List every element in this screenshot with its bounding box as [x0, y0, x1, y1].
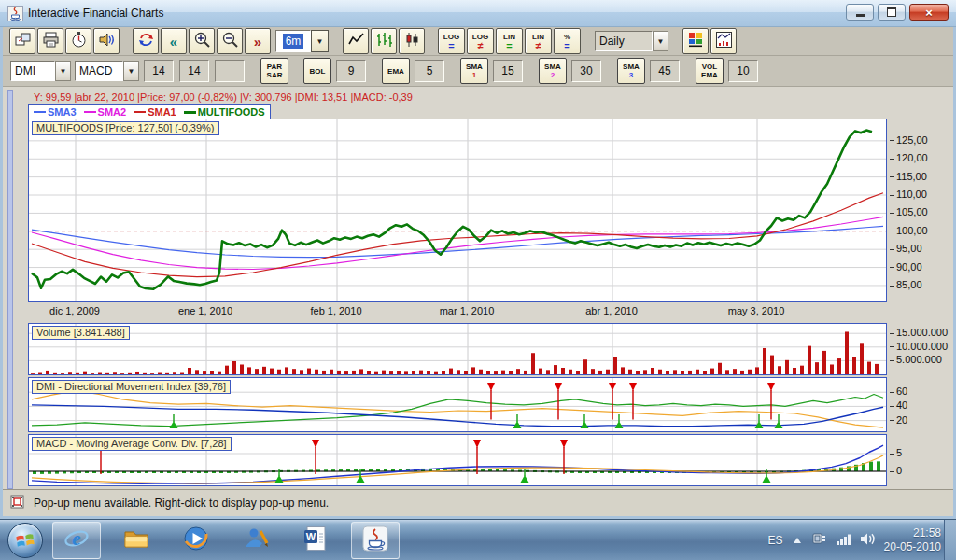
scroll-back-button[interactable]: «	[161, 28, 187, 54]
price-ytick: 90,00	[890, 261, 922, 273]
cursor-readout: Y: 99,59 |abr 22, 2010 |Price: 97,00 (-0…	[34, 91, 413, 103]
indicator1-combo[interactable]: DMI▼	[10, 61, 71, 81]
minimize-icon	[856, 14, 865, 17]
network-icon[interactable]	[836, 532, 851, 550]
start-button[interactable]	[7, 523, 43, 558]
log-equal-button[interactable]: LOG=	[438, 28, 465, 54]
legend-item-sma1: SMA1	[134, 106, 176, 118]
refresh-icon	[137, 31, 155, 52]
show-desktop-button[interactable]	[944, 520, 956, 560]
candlestick-icon	[403, 31, 421, 52]
sma1-period-field[interactable]: 15	[493, 60, 523, 82]
macd-param-field[interactable]	[215, 60, 245, 82]
xaxis-label: ene 1, 2010	[159, 305, 252, 316]
bollinger-button[interactable]: BOL	[303, 58, 331, 84]
taskbar-explorer-button[interactable]	[112, 522, 161, 559]
taskbar-word-button[interactable]: W	[291, 522, 340, 559]
lin-notequal-button[interactable]: LIN≠	[525, 28, 552, 54]
word-icon: W	[302, 525, 330, 556]
taskbar-ie-button[interactable]: e	[52, 522, 101, 559]
taskbar: eW ES 21:58 20-05-2010	[0, 519, 956, 560]
dmi-label: DMI - Directional Movement Index [39,76]	[32, 380, 231, 394]
volema-button[interactable]: VOLEMA	[696, 58, 724, 84]
dmi-period2-field[interactable]: 14	[179, 60, 209, 82]
refresh-button[interactable]	[133, 28, 159, 54]
window-layout-button[interactable]	[9, 28, 35, 54]
price-ytick: 95,00	[890, 243, 922, 254]
zoom-out-button[interactable]	[217, 28, 243, 54]
interval-combo-value: Daily	[595, 31, 653, 51]
title-bar[interactable]: Interactive Financial Charts ×	[0, 0, 956, 27]
colors-button[interactable]	[682, 28, 709, 54]
volume-ytick: 10.000.000	[890, 341, 948, 352]
sma1-button[interactable]: SMA1	[460, 58, 488, 84]
volume-tray-icon[interactable]	[860, 532, 876, 550]
price-panel[interactable]	[28, 119, 887, 302]
ohlc-chart-button[interactable]	[371, 28, 397, 54]
window-icon	[14, 31, 32, 52]
indicator2-combo[interactable]: MACD▼	[75, 61, 139, 81]
candlestick-chart-button[interactable]	[399, 28, 425, 54]
dmi-period1-field[interactable]: 14	[144, 60, 174, 82]
zoom-in-button[interactable]	[189, 28, 215, 54]
bollinger-period-field[interactable]: 9	[336, 60, 366, 82]
speaker-icon	[98, 31, 116, 52]
chart-settings-button[interactable]	[710, 28, 737, 54]
range-field[interactable]: 6m	[275, 30, 311, 52]
legend-swatch	[34, 111, 46, 113]
ohlc-icon	[375, 31, 393, 52]
legend-swatch	[134, 111, 146, 113]
xaxis-label: mar 1, 2010	[420, 305, 513, 316]
stopwatch-button[interactable]	[65, 28, 91, 54]
main-toolbar: «»6m▼LOG=LOG≠LIN=LIN≠%=Daily▼	[3, 27, 953, 56]
splitter-handle[interactable]	[7, 90, 13, 489]
volume-panel[interactable]	[28, 323, 887, 375]
tray-clock[interactable]: 21:58 20-05-2010	[884, 526, 941, 554]
taskbar-messenger-button[interactable]	[232, 522, 280, 559]
sma2-period-field[interactable]: 30	[571, 60, 601, 82]
sma3-period-field[interactable]: 45	[650, 60, 680, 82]
scroll-forward-button-icon: »	[254, 35, 261, 49]
volema-period-field[interactable]: 10	[728, 60, 758, 82]
log-notequal-button[interactable]: LOG≠	[467, 28, 494, 54]
interval-combo[interactable]: Daily▼	[595, 31, 668, 51]
range-dropdown-button[interactable]: ▼	[311, 30, 329, 52]
close-icon: ×	[925, 7, 933, 19]
svg-text:W: W	[306, 531, 316, 542]
volume-ytick: 15.000.000	[890, 327, 948, 338]
restore-button[interactable]	[878, 4, 906, 21]
sound-button[interactable]	[93, 28, 120, 54]
percent-button[interactable]: %=	[554, 28, 581, 54]
explorer-icon	[122, 525, 150, 556]
taskbar-java-button[interactable]	[351, 522, 400, 559]
chevron-down-icon[interactable]: ▼	[653, 31, 668, 51]
ema-period-field[interactable]: 5	[415, 60, 444, 82]
line-chart-button[interactable]	[343, 28, 369, 54]
tray-expand-icon[interactable]	[792, 532, 803, 549]
language-indicator[interactable]: ES	[768, 534, 783, 547]
ie-icon: e	[63, 525, 91, 556]
parsar-button[interactable]: PARSAR	[260, 58, 288, 84]
lin-equal-button[interactable]: LIN=	[496, 28, 523, 54]
chevron-down-icon[interactable]: ▼	[55, 61, 71, 81]
power-plug-icon[interactable]	[811, 531, 827, 550]
price-label: MULTIFOODS [Price: 127,50] (-0,39%)	[32, 121, 219, 135]
sma2-button[interactable]: SMA2	[539, 58, 567, 84]
legend-item-sma2: SMA2	[84, 106, 127, 118]
windows-flag-icon	[15, 530, 35, 551]
minimize-button[interactable]	[846, 4, 874, 21]
print-button[interactable]	[37, 28, 63, 54]
price-ytick: 100,00	[890, 225, 928, 236]
legend-item-multifoods: MULTIFOODS	[184, 106, 265, 118]
status-bar: Pop-up menu available. Right-click to di…	[3, 489, 953, 516]
close-button[interactable]: ×	[909, 4, 949, 21]
legend-item-sma3: SMA3	[34, 106, 77, 118]
print-icon	[42, 31, 60, 52]
tray-date: 20-05-2010	[884, 540, 941, 554]
chevron-down-icon[interactable]: ▼	[123, 61, 139, 81]
ema-button[interactable]: EMA	[382, 58, 410, 84]
price-ytick: 110,00	[890, 189, 927, 200]
sma3-button[interactable]: SMA3	[617, 58, 645, 84]
taskbar-wmp-button[interactable]	[172, 522, 220, 559]
scroll-forward-button[interactable]: »	[245, 28, 271, 54]
